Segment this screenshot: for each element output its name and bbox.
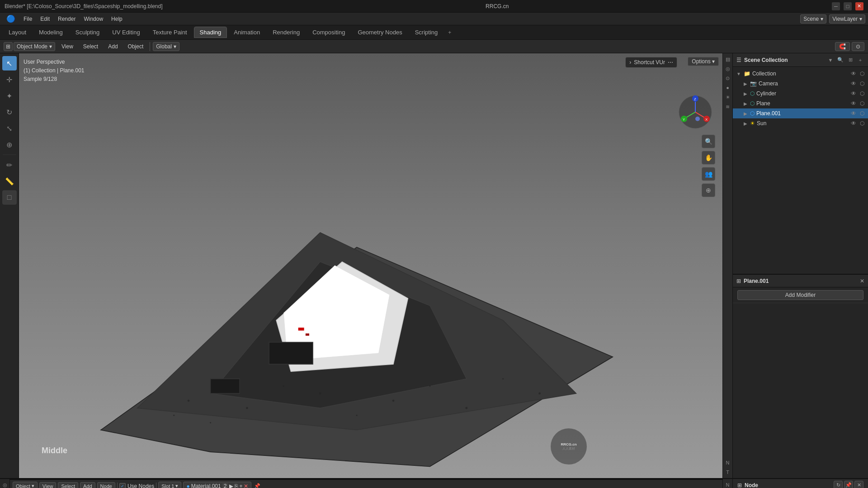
- outliner-new[interactable]: +: [856, 56, 864, 64]
- outliner-options[interactable]: ⊞: [846, 56, 854, 64]
- tree-vis-camera[interactable]: ⬡: [860, 80, 864, 87]
- tree-eye-plane[interactable]: 👁: [851, 100, 856, 107]
- toolbar-view[interactable]: View: [58, 42, 77, 51]
- tree-eye-collection[interactable]: 👁: [851, 70, 856, 77]
- menu-render[interactable]: Render: [54, 14, 79, 23]
- tree-plane[interactable]: ▶ ⬡ Plane 👁 ⬡: [733, 99, 868, 108]
- snap-button[interactable]: 🧲: [835, 42, 850, 51]
- viewport-options-button[interactable]: Options ▾: [688, 57, 719, 66]
- toolbar-select[interactable]: Select: [80, 42, 102, 51]
- right-panel: ☰ Scene Collection ▼ 🔍 ⊞ + ▼ 📁 Collectio…: [732, 53, 868, 478]
- ri-sidebar[interactable]: N: [724, 459, 732, 467]
- tool-annotate[interactable]: ✏: [2, 158, 17, 172]
- tab-sculpting[interactable]: Sculpting: [70, 27, 105, 38]
- ne-delete-icon[interactable]: ✕: [244, 483, 248, 488]
- layout-icon[interactable]: ⊞: [4, 42, 13, 51]
- ri-material-preview[interactable]: ●: [724, 84, 732, 92]
- np-pin-btn[interactable]: 📌: [844, 481, 853, 488]
- viewport[interactable]: User Perspective (1) Collection | Plane.…: [19, 53, 722, 478]
- maximize-button[interactable]: □: [844, 2, 852, 10]
- shortcut-menu-icon[interactable]: ⋯: [668, 59, 673, 66]
- ne-browse-icon[interactable]: ▶: [229, 483, 233, 488]
- ri-viewport-shade[interactable]: ◎: [724, 65, 732, 73]
- np-refresh-btn[interactable]: ↻: [834, 481, 843, 488]
- proportional-edit[interactable]: ⊙: [852, 42, 864, 51]
- tree-vis-collection[interactable]: ⬡: [860, 70, 864, 77]
- menu-blender[interactable]: 🔵: [3, 13, 19, 24]
- tab-animation[interactable]: Animation: [228, 27, 266, 38]
- close-button[interactable]: ✕: [855, 2, 863, 10]
- ri-properties[interactable]: ▤: [724, 55, 732, 63]
- menu-edit[interactable]: Edit: [37, 14, 53, 23]
- ne-ri-1[interactable]: N: [724, 481, 732, 488]
- add-modifier-button[interactable]: Add Modifier: [737, 290, 863, 300]
- tool-scale[interactable]: ⤡: [2, 121, 17, 136]
- outliner-filter[interactable]: ▼: [826, 56, 835, 64]
- toolbar-add[interactable]: Add: [104, 42, 121, 51]
- ne-node[interactable]: Node: [97, 482, 115, 488]
- outliner-icon: ☰: [736, 57, 741, 63]
- tab-layout[interactable]: Layout: [3, 27, 32, 38]
- tree-collection[interactable]: ▼ 📁 Collection 👁 ⬡: [733, 69, 868, 79]
- tree-plane-001[interactable]: ▶ ⬡ Plane.001 👁 ⬡: [733, 108, 868, 118]
- tree-vis-plane[interactable]: ⬡: [860, 100, 864, 107]
- global-dropdown[interactable]: Global ▾: [153, 42, 179, 51]
- object-mode-dropdown[interactable]: Object Mode ▾: [14, 42, 55, 51]
- menu-file[interactable]: File: [20, 14, 36, 23]
- tool-transform[interactable]: ⊕: [2, 137, 17, 152]
- tab-geometry-nodes[interactable]: Geometry Nodes: [352, 27, 408, 38]
- ri-toolbar-toggle[interactable]: T: [724, 468, 732, 476]
- nav-pan[interactable]: ✋: [702, 151, 715, 164]
- tree-eye-camera[interactable]: 👁: [851, 80, 856, 87]
- ne-copy-icon[interactable]: ⎘: [235, 483, 238, 488]
- tool-move[interactable]: ✦: [2, 89, 17, 103]
- tab-scripting[interactable]: Scripting: [409, 27, 444, 38]
- np-close-btn[interactable]: ✕: [854, 481, 863, 488]
- ne-object-mode[interactable]: Object ▾: [13, 482, 38, 488]
- tab-shading[interactable]: Shading: [194, 27, 227, 38]
- tool-annotate-line[interactable]: 📏: [2, 174, 17, 188]
- tree-camera[interactable]: ▶ 📷 Camera 👁 ⬡: [733, 79, 868, 89]
- nav-extra[interactable]: ⊕: [702, 183, 715, 197]
- ne-mode-icon[interactable]: ◎: [1, 481, 9, 488]
- tree-eye-plane001[interactable]: 👁: [851, 110, 856, 117]
- menu-window[interactable]: Window: [80, 14, 107, 23]
- ri-atmo[interactable]: ≋: [724, 103, 732, 111]
- tree-eye-sun[interactable]: 👁: [851, 120, 856, 127]
- add-workspace-button[interactable]: +: [444, 28, 455, 38]
- tab-rendering[interactable]: Rendering: [267, 27, 306, 38]
- tool-extra[interactable]: □: [2, 190, 17, 205]
- ne-select[interactable]: Select: [58, 482, 78, 488]
- ne-add[interactable]: Add: [80, 482, 95, 488]
- tool-select[interactable]: ↖: [2, 56, 17, 70]
- tool-cursor[interactable]: ✛: [2, 72, 17, 87]
- menu-help[interactable]: Help: [108, 14, 126, 23]
- ne-pin-icon[interactable]: 📌: [253, 482, 261, 488]
- tree-vis-cylinder[interactable]: ⬡: [860, 90, 864, 97]
- ne-view[interactable]: View: [39, 482, 57, 488]
- tree-cylinder[interactable]: ▶ ⬡ Cylinder 👁 ⬡: [733, 89, 868, 99]
- outliner-search[interactable]: 🔍: [836, 56, 844, 64]
- properties-edit-icon[interactable]: ✕: [860, 278, 864, 284]
- tab-modeling[interactable]: Modeling: [33, 27, 69, 38]
- scene-selector[interactable]: Blender Scene ▾: [800, 14, 826, 23]
- modifier-section: Add Modifier: [733, 287, 868, 303]
- ri-overlay[interactable]: ⊙: [724, 74, 732, 82]
- tab-uv-editing[interactable]: UV Editing: [106, 27, 146, 38]
- use-nodes-checkbox[interactable]: [119, 483, 126, 488]
- toolbar-object[interactable]: Object: [124, 42, 147, 51]
- tab-compositing[interactable]: Compositing: [307, 27, 351, 38]
- tree-eye-cylinder[interactable]: 👁: [851, 90, 856, 97]
- ne-slot[interactable]: Slot 1 ▾: [158, 482, 181, 488]
- tree-sun[interactable]: ▶ ☀ Sun 👁 ⬡: [733, 118, 868, 128]
- ri-render-preview[interactable]: ☀: [724, 93, 732, 101]
- minimize-button[interactable]: ─: [832, 2, 840, 10]
- tree-vis-plane001[interactable]: ⬡: [860, 110, 864, 117]
- ne-new-icon[interactable]: +: [239, 483, 242, 488]
- tree-vis-sun[interactable]: ⬡: [860, 120, 864, 127]
- nav-orbit[interactable]: 👥: [702, 167, 715, 181]
- nav-zoom-in[interactable]: 🔍: [702, 135, 715, 148]
- viewlayer-selector[interactable]: ViewLayer ▾: [829, 14, 865, 23]
- tab-texture-paint[interactable]: Texture Paint: [147, 27, 193, 38]
- tool-rotate[interactable]: ↻: [2, 105, 17, 119]
